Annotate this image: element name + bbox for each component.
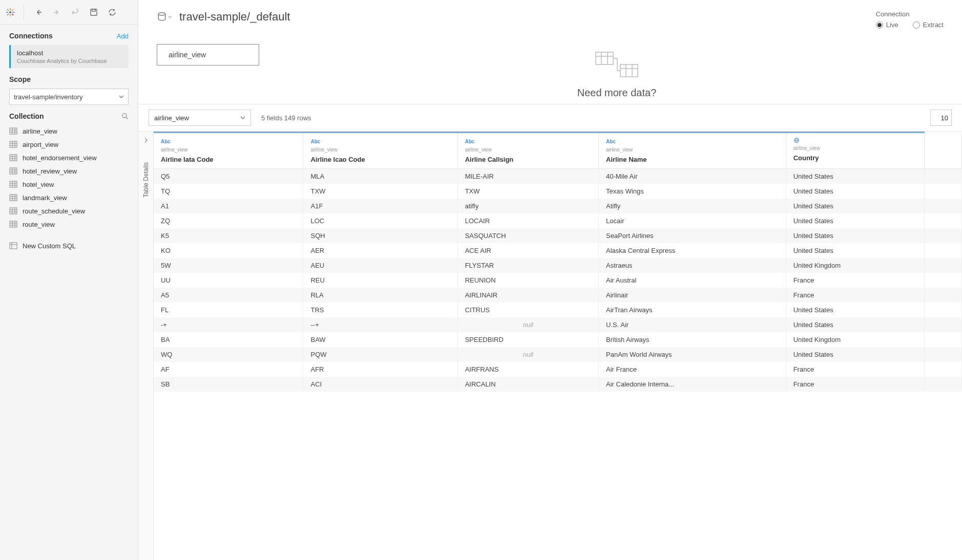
collection-name: hotel_review_view [23,167,77,175]
table-cell: FL [154,303,303,317]
svg-line-9 [7,14,9,15]
connections-heading: Connections [9,32,53,40]
column-name: Airline Iata Code [161,156,296,163]
table-row[interactable]: BABAWSPEEDBIRDBritish AirwaysUnited King… [154,332,962,347]
collection-item[interactable]: hotel_endorsement_view [5,151,133,164]
table-cell: BAW [303,332,457,347]
sidebar: Connections Add localhost Couchbase Anal… [0,0,138,560]
table-cell: null [457,347,598,362]
tableau-logo-icon [4,6,16,18]
table-cell: TXW [303,184,457,199]
collection-item[interactable]: landmark_view [5,191,133,204]
table-row[interactable]: Q5MLAMILE-AIR40-Mile AirUnited States [154,169,962,184]
table-cell: AIRLINAIR [457,288,598,303]
collection-heading: Collection [9,112,44,120]
column-header[interactable]: Abcairline_viewAirline Name [599,133,786,169]
collection-item[interactable]: airport_view [5,138,133,151]
table-row[interactable]: KOAERACE AIRAlaska Central ExpressUnited… [154,243,962,258]
table-icon [9,180,17,188]
table-cell: France [786,273,925,288]
collection-name: hotel_view [23,181,54,188]
need-more-title: Need more data? [290,87,944,99]
table-cell: United States [786,317,925,332]
refresh-button[interactable] [105,5,119,19]
table-cell: TXW [457,184,598,199]
svg-rect-60 [596,52,613,64]
grid-table-select[interactable]: airline_view [149,110,251,126]
table-details-toggle[interactable]: Table Details [138,132,154,560]
table-cell: 40-Mile Air [599,169,786,184]
table-cell: MILE-AIR [457,169,598,184]
connection-mode-label: Connection [876,10,944,18]
forward-button[interactable] [50,5,64,19]
svg-line-7 [12,14,13,15]
undo-dropdown-button[interactable] [68,5,82,19]
datasource-title[interactable]: travel-sample/_default [179,10,290,24]
column-header[interactable]: Abcairline_viewAirline Icao Code [303,133,457,169]
table-cell: PQW [303,347,457,362]
table-cell: A1 [154,199,303,213]
table-row[interactable]: WQPQWnullPanAm World AirwaysUnited State… [154,347,962,362]
table-row[interactable]: K5SQHSASQUATCHSeaPort AirlinesUnited Sta… [154,228,962,243]
table-row[interactable]: SBACIAIRCALINAir Caledonie Interna...Fra… [154,377,962,392]
table-row[interactable]: TQTXWTXWTexas WingsUnited States [154,184,962,199]
table-cell: PanAm World Airways [599,347,786,362]
table-cell: Locair [599,213,786,228]
save-button[interactable] [87,5,101,19]
custom-sql-label: New Custom SQL [23,242,76,250]
collection-item[interactable]: airline_view [5,124,133,138]
column-source: airline_view [606,147,779,153]
toolbar [0,0,138,25]
collection-item[interactable]: route_schedule_view [5,204,133,218]
scope-select[interactable]: travel-sample/inventory [9,89,129,105]
column-header[interactable]: airline_viewCountry [786,133,925,169]
table-cell: Texas Wings [599,184,786,199]
column-source: airline_view [793,145,917,151]
table-row[interactable]: UUREUREUNIONAir AustralFrance [154,273,962,288]
table-row[interactable]: FLTRSCITRUSAirTran AirwaysUnited States [154,303,962,317]
table-cell: AEU [303,258,457,273]
type-badge: Abc [465,139,475,144]
collection-name: hotel_endorsement_view [23,154,97,162]
column-header[interactable]: Abcairline_viewAirline Iata Code [154,133,303,169]
row-limit-input[interactable]: 10 [930,110,952,126]
table-cell: LOC [303,213,457,228]
svg-rect-13 [92,9,96,11]
table-cell: Air Austral [599,273,786,288]
table-cell: --+ [303,317,457,332]
table-row[interactable]: A5RLAAIRLINAIRAirlinairFrance [154,288,962,303]
search-icon[interactable] [121,113,129,120]
connection-extract-radio[interactable]: Extract [913,21,944,29]
table-row[interactable]: AFAFRAIRFRANSAir FranceFrance [154,362,962,377]
table-details-label: Table Details [142,162,150,198]
svg-rect-41 [10,195,17,201]
table-row[interactable]: 5WAEUFLYSTARAstraeusUnited Kingdom [154,258,962,273]
table-cell: ACI [303,377,457,392]
table-cell: REUNION [457,273,598,288]
table-row[interactable]: -+--+nullU.S. AirUnited States [154,317,962,332]
svg-line-8 [12,9,13,11]
collection-item[interactable]: hotel_review_view [5,164,133,178]
table-icon [9,140,17,148]
collection-item[interactable]: route_view [5,218,133,231]
table-cell: United Kingdom [786,332,925,347]
column-header[interactable]: Abcairline_viewAirline Callsign [457,133,598,169]
main-area: travel-sample/_default Connection Live E… [138,0,962,560]
canvas-table-pill[interactable]: airline_view [157,44,259,66]
add-connection-link[interactable]: Add [117,32,129,40]
svg-rect-46 [10,208,17,214]
collection-item[interactable]: hotel_view [5,178,133,191]
connection-live-radio[interactable]: Live [876,21,898,29]
connection-item[interactable]: localhost Couchbase Analytics by Couchba… [9,45,129,68]
table-row[interactable]: A1A1FatiflyAtiflyUnited States [154,199,962,213]
table-cell: A1F [303,199,457,213]
back-button[interactable] [31,5,46,19]
table-row[interactable]: ZQLOCLOCAIRLocairUnited States [154,213,962,228]
table-cell: SPEEDBIRD [457,332,598,347]
table-cell: SQH [303,228,457,243]
table-icon [9,193,17,202]
database-icon[interactable] [157,12,172,22]
collection-name: route_view [23,221,55,228]
new-custom-sql[interactable]: New Custom SQL [5,239,133,252]
table-cell: -+ [154,317,303,332]
